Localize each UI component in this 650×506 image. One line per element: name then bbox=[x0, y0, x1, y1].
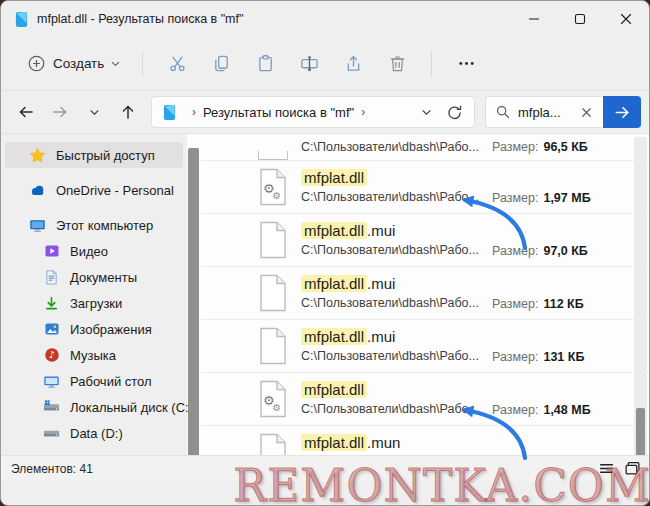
file-row[interactable]: C:\Пользователи\dbash\Рабо... Размер:96,… bbox=[201, 134, 649, 161]
view-list-button[interactable] bbox=[597, 460, 615, 478]
close-button[interactable] bbox=[603, 1, 649, 37]
clear-search-button[interactable] bbox=[574, 100, 598, 124]
sidebar-item-label: Изображения bbox=[70, 322, 152, 337]
share-button[interactable] bbox=[331, 44, 375, 84]
file-row[interactable]: ⚙⚙ mfplat.dll C:\Пользователи\dbash\Рабо… bbox=[201, 373, 649, 426]
sidebar-item-documents[interactable]: Документы bbox=[5, 264, 183, 290]
copy-button[interactable] bbox=[199, 44, 243, 84]
sidebar-item-label: Рабочий стол bbox=[70, 374, 152, 389]
file-name: mfplat.dll.mui bbox=[301, 327, 649, 347]
sidebar-item-disk-c[interactable]: Локальный диск (C:) bbox=[5, 394, 183, 420]
file-name: mfplat.dll bbox=[301, 380, 649, 400]
delete-button[interactable] bbox=[375, 44, 419, 84]
search-go-button[interactable] bbox=[603, 96, 641, 128]
file-size: Размер:97,0 КБ bbox=[492, 244, 588, 258]
file-dll-icon: ⚙⚙ bbox=[258, 380, 288, 418]
search-input[interactable] bbox=[518, 105, 574, 120]
sidebar-item-video[interactable]: Видео bbox=[5, 238, 183, 264]
file-size: Размер:131 КБ bbox=[492, 350, 584, 364]
sidebar-item-computer[interactable]: Этот компьютер bbox=[5, 212, 183, 238]
sidebar-item-star[interactable]: Быстрый доступ bbox=[5, 142, 183, 168]
items-count: Элементов: 41 bbox=[11, 462, 93, 476]
file-info: mfplat.dll.mui C:\Пользователи\dbash\Раб… bbox=[301, 267, 649, 319]
file-path: C:\Пользователи\dbash\Рабо... bbox=[301, 402, 649, 416]
file-icon-cell bbox=[245, 134, 301, 160]
forward-button[interactable] bbox=[43, 95, 77, 129]
toolbar-separator bbox=[142, 51, 143, 77]
up-button[interactable] bbox=[111, 95, 145, 129]
file-icon-cell: ⚙⚙ bbox=[245, 161, 301, 213]
sidebar-item-label: Загрузки bbox=[70, 296, 122, 311]
file-dll-icon: ⚙⚙ bbox=[258, 168, 288, 206]
breadcrumb-segment[interactable]: Результаты поиска в "mf" bbox=[203, 105, 354, 120]
search-highlight: mfplat.dll bbox=[301, 169, 367, 186]
svg-text:⚙: ⚙ bbox=[273, 190, 282, 201]
refresh-button[interactable] bbox=[440, 98, 468, 126]
search-highlight: mfplat.dll bbox=[301, 222, 367, 239]
new-button-label: Создать bbox=[53, 56, 104, 71]
video-icon bbox=[43, 243, 60, 260]
size-value: 1,97 МБ bbox=[543, 191, 590, 205]
file-icon-cell bbox=[245, 320, 301, 372]
file-name: mfplat.dll.mui bbox=[301, 221, 649, 241]
sidebar-item-pictures[interactable]: Изображения bbox=[5, 316, 183, 342]
search-highlight: mfplat.dll bbox=[301, 381, 367, 398]
sidebar-item-label: Музыка bbox=[70, 348, 116, 363]
see-more-button[interactable] bbox=[444, 44, 488, 84]
file-info: mfplat.dll.mui C:\Пользователи\dbash\Раб… bbox=[301, 320, 649, 372]
recent-locations-button[interactable] bbox=[77, 95, 111, 129]
size-label: Размер: bbox=[492, 403, 538, 417]
music-icon: ♪ bbox=[43, 347, 60, 364]
sidebar-item-disk-d[interactable]: Data (D:) bbox=[5, 420, 183, 446]
sidebar-item-downloads[interactable]: Загрузки bbox=[5, 290, 183, 316]
arrow-right-icon bbox=[613, 103, 632, 122]
disk-d-icon bbox=[43, 425, 60, 442]
search-highlight: mfplat.dll bbox=[301, 434, 367, 451]
view-grid-button[interactable] bbox=[623, 460, 641, 478]
size-value: 96,5 КБ bbox=[543, 140, 587, 154]
sidebar-item-desktop[interactable]: Рабочий стол bbox=[5, 368, 183, 394]
downloads-icon bbox=[43, 295, 60, 312]
rename-button[interactable] bbox=[287, 44, 331, 84]
file-extension: .mui bbox=[367, 222, 395, 239]
size-value: 1,48 МБ bbox=[543, 403, 590, 417]
file-row[interactable]: mfplat.dll.mui C:\Пользователи\dbash\Раб… bbox=[201, 214, 649, 267]
filelist-scrollbar-thumb[interactable] bbox=[636, 408, 645, 456]
up-icon bbox=[119, 103, 137, 121]
cut-button[interactable] bbox=[155, 44, 199, 84]
back-button[interactable] bbox=[9, 95, 43, 129]
search-box[interactable] bbox=[485, 96, 603, 128]
minimize-button[interactable] bbox=[511, 1, 557, 37]
file-plain-icon bbox=[258, 221, 288, 259]
back-icon bbox=[17, 103, 35, 121]
file-icon-cell bbox=[245, 267, 301, 319]
file-row[interactable]: mfplat.dll.mui C:\Пользователи\dbash\Раб… bbox=[201, 320, 649, 373]
file-icon-cell: ⚙⚙ bbox=[245, 373, 301, 425]
address-dropdown-button[interactable] bbox=[412, 98, 440, 126]
search-area bbox=[485, 96, 641, 128]
nav-buttons bbox=[9, 95, 145, 129]
search-highlight: mfplat.dll bbox=[301, 275, 367, 292]
paste-button[interactable] bbox=[243, 44, 287, 84]
new-button[interactable]: Создать bbox=[17, 46, 130, 81]
window-controls bbox=[511, 1, 649, 37]
sidebar-item-label: Видео bbox=[70, 244, 108, 259]
file-row[interactable]: ⚙⚙ mfplat.dll C:\Пользователи\dbash\Рабо… bbox=[201, 161, 649, 214]
file-extension: .mui bbox=[367, 275, 395, 292]
sidebar-item-music[interactable]: ♪Музыка bbox=[5, 342, 183, 368]
sidebar-scrollbar[interactable] bbox=[188, 148, 199, 460]
sidebar-item-label: Документы bbox=[70, 270, 137, 285]
size-label: Размер: bbox=[492, 191, 538, 205]
sidebar-item-label: Data (D:) bbox=[70, 426, 123, 441]
file-list: C:\Пользователи\dbash\Рабо... Размер:96,… bbox=[201, 134, 649, 481]
file-row[interactable]: mfplat.dll.mui C:\Пользователи\dbash\Раб… bbox=[201, 267, 649, 320]
chevron-down-icon bbox=[111, 61, 120, 67]
explorer-window: mfplat.dll - Результаты поиска в "mf" Со… bbox=[0, 0, 650, 506]
sidebar-item-label: Локальный диск (C:) bbox=[70, 400, 193, 415]
chevron-right-icon: › bbox=[361, 105, 365, 119]
toolbar-actions bbox=[155, 44, 419, 84]
size-value: 97,0 КБ bbox=[543, 244, 587, 258]
breadcrumb[interactable]: › Результаты поиска в "mf" › bbox=[151, 96, 475, 128]
sidebar-item-cloud[interactable]: OneDrive - Personal bbox=[5, 177, 183, 203]
maximize-button[interactable] bbox=[557, 1, 603, 37]
